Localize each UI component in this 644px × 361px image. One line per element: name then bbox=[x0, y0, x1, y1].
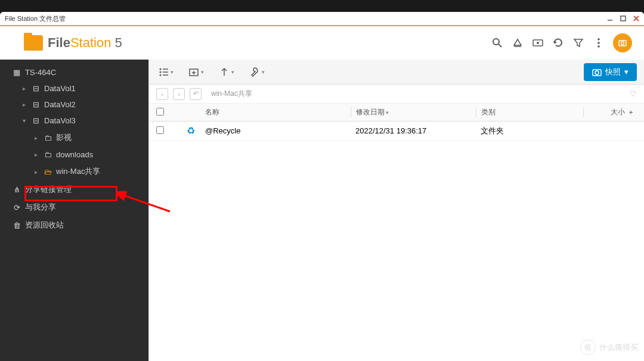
add-column-button[interactable]: + bbox=[625, 108, 637, 117]
favorite-icon[interactable]: ♡ bbox=[630, 89, 637, 98]
chevron-down-icon: ▾ bbox=[201, 69, 204, 75]
tree-label: win-Mac共享 bbox=[56, 166, 100, 177]
sidebar-volume[interactable]: ▸ ⊟ DataVol2 bbox=[0, 97, 148, 113]
window-controls bbox=[606, 14, 640, 23]
th-name[interactable]: 名称 bbox=[202, 107, 351, 117]
tree-label: 资源回收站 bbox=[25, 220, 64, 231]
folder-icon bbox=[24, 35, 43, 51]
nav-forward-button[interactable]: › bbox=[173, 88, 185, 100]
minimize-button[interactable] bbox=[606, 14, 614, 23]
table-header: 名称 修改日期▾ 类别 大小 + bbox=[149, 104, 644, 122]
tree-label: DataVol3 bbox=[44, 116, 76, 125]
watermark-logo-icon: 值 bbox=[580, 340, 596, 355]
chevron-down-icon: ▾ bbox=[262, 69, 265, 75]
sidebar-volume[interactable]: ▾ ⊟ DataVol3 bbox=[0, 113, 148, 129]
breadcrumb-path[interactable]: win-Mac共享 bbox=[211, 89, 252, 99]
chevron-down-icon: ▾ bbox=[624, 67, 628, 76]
th-date[interactable]: 修改日期▾ bbox=[351, 107, 476, 117]
row-checkbox[interactable] bbox=[156, 126, 164, 134]
sidebar-share-links[interactable]: ⋔ 分享链接管理 bbox=[0, 181, 148, 198]
cell-date: 2022/12/31 19:36:17 bbox=[351, 126, 476, 135]
nav-up-button[interactable]: ↶ bbox=[190, 88, 202, 100]
th-checkbox bbox=[156, 108, 180, 117]
filter-icon[interactable] bbox=[572, 37, 584, 49]
folder-open-icon: 🗁 bbox=[43, 167, 52, 176]
svg-point-15 bbox=[160, 71, 162, 73]
th-size[interactable]: 大小 bbox=[583, 107, 625, 117]
select-all-checkbox[interactable] bbox=[156, 108, 164, 116]
tree-label: downloads bbox=[56, 150, 93, 159]
tree-label: DataVol2 bbox=[44, 100, 76, 109]
share-icon: ⋔ bbox=[12, 185, 21, 194]
screenshot-button[interactable] bbox=[613, 33, 632, 52]
cell-name: @Recycle bbox=[202, 126, 351, 135]
svg-point-8 bbox=[597, 38, 600, 41]
svg-point-7 bbox=[537, 42, 539, 44]
chevron-right-icon: ▸ bbox=[23, 101, 27, 108]
content-area: ▦ TS-464C ▸ ⊟ DataVol1 ▸ ⊟ DataVol2 ▾ ⊟ … bbox=[0, 60, 644, 361]
sort-desc-icon: ▾ bbox=[386, 110, 389, 116]
svg-point-13 bbox=[160, 68, 162, 70]
tools-button[interactable]: ▾ bbox=[247, 65, 267, 79]
wrench-icon bbox=[250, 67, 261, 77]
tree-label: TS-464C bbox=[25, 68, 56, 77]
title-bar: File Station 文件总管 bbox=[0, 12, 644, 26]
add-folder-icon bbox=[189, 67, 200, 77]
tree-label: 分享链接管理 bbox=[25, 184, 72, 195]
sidebar-root[interactable]: ▦ TS-464C bbox=[0, 64, 148, 80]
disk-icon: ⊟ bbox=[31, 100, 41, 109]
sync-icon: ⟳ bbox=[12, 203, 21, 212]
main-toolbar: ▾ ▾ ▾ ▾ 快照 ▾ bbox=[149, 60, 644, 85]
camera-icon bbox=[592, 68, 602, 76]
th-type[interactable]: 类别 bbox=[476, 107, 583, 117]
sidebar-folder-selected[interactable]: ▸ 🗁 win-Mac共享 bbox=[0, 163, 148, 181]
disk-icon: ⊟ bbox=[31, 116, 41, 125]
snapshot-button[interactable]: 快照 ▾ bbox=[584, 63, 637, 81]
view-mode-button[interactable]: ▾ bbox=[156, 65, 176, 79]
more-icon[interactable] bbox=[593, 37, 605, 49]
window-title: File Station 文件总管 bbox=[5, 14, 66, 23]
sidebar-shared-with-me[interactable]: ⟳ 与我分享 bbox=[0, 198, 148, 216]
tree-label: DataVol1 bbox=[44, 84, 76, 93]
svg-point-4 bbox=[493, 39, 499, 45]
svg-point-12 bbox=[621, 42, 624, 45]
breadcrumb-bar: ‹ › ↶ win-Mac共享 ♡ bbox=[149, 85, 644, 104]
header-toolbar bbox=[491, 33, 632, 52]
app-window: File Station 文件总管 FileStation 5 ▦ TS bbox=[0, 12, 644, 361]
nas-icon: ▦ bbox=[12, 68, 21, 77]
table-row[interactable]: ♻ @Recycle 2022/12/31 19:36:17 文件夹 bbox=[149, 122, 644, 141]
nav-back-button[interactable]: ‹ bbox=[156, 88, 168, 100]
svg-point-17 bbox=[160, 74, 162, 76]
snapshot-label: 快照 bbox=[605, 67, 621, 77]
sidebar-recycle-bin[interactable]: 🗑 资源回收站 bbox=[0, 216, 148, 234]
list-icon bbox=[159, 67, 169, 77]
sidebar-folder[interactable]: ▸ 🗀 downloads bbox=[0, 147, 148, 163]
svg-point-10 bbox=[597, 45, 600, 48]
chevron-right-icon: ▸ bbox=[35, 169, 39, 175]
upload-icon bbox=[219, 67, 230, 77]
tree-label: 与我分享 bbox=[25, 202, 56, 213]
search-icon[interactable] bbox=[491, 37, 503, 49]
sidebar-volume[interactable]: ▸ ⊟ DataVol1 bbox=[0, 80, 148, 97]
refresh-icon[interactable] bbox=[552, 37, 564, 49]
create-button[interactable]: ▾ bbox=[187, 65, 206, 79]
tree-label: 影视 bbox=[56, 132, 72, 143]
chevron-down-icon: ▾ bbox=[171, 69, 174, 75]
disk-icon: ⊟ bbox=[31, 84, 41, 93]
recycle-icon: ♻ bbox=[187, 125, 195, 136]
watermark: 值 什么值得买 bbox=[580, 340, 638, 355]
close-button[interactable] bbox=[632, 14, 640, 23]
chevron-right-icon: ▸ bbox=[35, 151, 39, 158]
maximize-button[interactable] bbox=[619, 14, 627, 23]
watermark-text: 什么值得买 bbox=[599, 342, 638, 353]
main-panel: ▾ ▾ ▾ ▾ 快照 ▾ bbox=[148, 60, 644, 361]
upload-button[interactable]: ▾ bbox=[217, 65, 237, 79]
svg-point-9 bbox=[597, 42, 600, 44]
remote-icon[interactable] bbox=[532, 37, 544, 49]
app-header: FileStation 5 bbox=[0, 26, 644, 60]
sidebar-folder[interactable]: ▸ 🗀 影视 bbox=[0, 129, 148, 147]
sidebar: ▦ TS-464C ▸ ⊟ DataVol1 ▸ ⊟ DataVol2 ▾ ⊟ … bbox=[0, 60, 148, 361]
chevron-right-icon: ▸ bbox=[23, 85, 27, 92]
task-icon[interactable] bbox=[512, 37, 524, 49]
svg-point-24 bbox=[595, 71, 599, 74]
